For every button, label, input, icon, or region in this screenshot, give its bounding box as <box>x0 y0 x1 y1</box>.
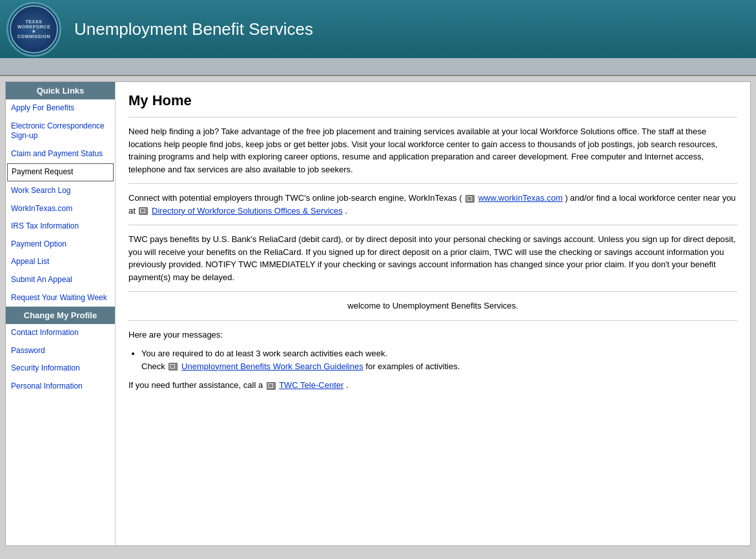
sidebar-item-electronic-correspondence[interactable]: Electronic Correspondence Sign-up <box>6 117 115 145</box>
main-content: My Home Need help finding a job? Take ad… <box>116 82 750 545</box>
external-link-icon-1 <box>465 195 475 203</box>
external-link-icon-2 <box>139 207 148 215</box>
page-title: My Home <box>128 92 737 109</box>
divider-4 <box>128 291 737 292</box>
sidebar-item-claim-payment-status[interactable]: Claim and Payment Status <box>6 145 115 163</box>
sidebar-item-irs-tax-info[interactable]: IRS Tax Information <box>6 218 115 236</box>
messages-header: Here are your messages: <box>128 329 737 341</box>
divider-5 <box>128 320 737 321</box>
sidebar-item-password[interactable]: Password <box>6 342 115 360</box>
message-1-check-label: Check <box>141 361 165 371</box>
sidebar-item-security-info[interactable]: Security Information <box>6 360 115 378</box>
tele-center-link[interactable]: TWC Tele-Center <box>279 380 343 390</box>
paragraph-3: TWC pays benefits by U.S. Bank's ReliaCa… <box>128 233 737 283</box>
footer-after: . <box>346 380 349 390</box>
footer-paragraph: If you need further assistance, call a T… <box>128 379 737 392</box>
message-1-line1: You are required to do at least 3 work s… <box>141 349 387 358</box>
site-title: Unemployment Benefit Services <box>74 19 313 39</box>
divider-2 <box>128 183 737 184</box>
footer-before: If you need further assistance, call a <box>128 380 263 390</box>
sidebar-item-waiting-week[interactable]: Request Your Waiting Week <box>6 289 115 307</box>
paragraph-1: Need help finding a job? Take advantage … <box>128 125 737 176</box>
main-container: Quick Links Apply For Benefits Electroni… <box>5 81 751 546</box>
divider-3 <box>128 225 737 225</box>
sidebar-item-workintexas[interactable]: WorkInTexas.com <box>6 200 115 218</box>
external-link-icon-3 <box>169 363 178 371</box>
quick-links-header: Quick Links <box>6 82 115 99</box>
work-search-guidelines-link[interactable]: Unemployment Benefits Work Search Guidel… <box>181 361 363 371</box>
paragraph-2-before: Connect with potential employers through… <box>128 193 462 203</box>
directory-link[interactable]: Directory of Workforce Solutions Offices… <box>152 206 343 216</box>
external-link-icon-4 <box>267 382 276 390</box>
change-profile-header: Change My Profile <box>6 307 115 324</box>
sidebar-item-submit-appeal[interactable]: Submit An Appeal <box>6 271 115 289</box>
sidebar-item-personal-info[interactable]: Personal Information <box>6 378 115 396</box>
paragraph-2: Connect with potential employers through… <box>128 192 737 217</box>
message-1-after: for examples of activities. <box>365 361 460 371</box>
sidebar-item-work-search-log[interactable]: Work Search Log <box>6 182 115 200</box>
workintexas-link[interactable]: www.workinTexas.com <box>478 193 563 203</box>
welcome-text: welcome to Unemployment Benefits Service… <box>128 300 737 312</box>
paragraph-2-end: . <box>345 206 347 216</box>
sidebar-item-apply-for-benefits[interactable]: Apply For Benefits <box>6 99 115 117</box>
sidebar-item-payment-request[interactable]: Payment Request <box>7 163 114 181</box>
sidebar: Quick Links Apply For Benefits Electroni… <box>6 82 116 545</box>
message-1: You are required to do at least 3 work s… <box>141 347 737 372</box>
sidebar-item-payment-option[interactable]: Payment Option <box>6 236 115 254</box>
sidebar-item-contact-info[interactable]: Contact Information <box>6 324 115 342</box>
divider-1 <box>128 117 737 117</box>
nav-bar <box>0 58 756 76</box>
messages-list: You are required to do at least 3 work s… <box>141 347 737 372</box>
twc-logo: TEXASWORKFORCE★COMMISSION <box>6 2 61 57</box>
header: TEXASWORKFORCE★COMMISSION Unemployment B… <box>0 0 756 58</box>
sidebar-item-appeal-list[interactable]: Appeal List <box>6 253 115 271</box>
